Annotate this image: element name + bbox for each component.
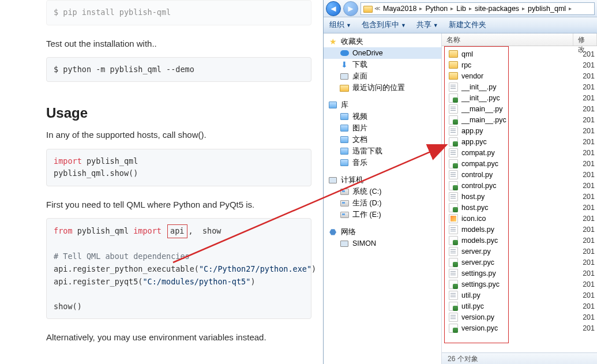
file-name: vendor	[461, 72, 483, 80]
file-row[interactable]: host.py201	[449, 191, 595, 202]
text-test: Test out the installation with..	[46, 37, 311, 50]
drive-icon	[340, 200, 349, 207]
toolbar-include[interactable]: 包含到库中▼	[362, 20, 406, 30]
file-date: 201	[583, 215, 595, 223]
folder-icon	[363, 6, 373, 13]
col-modified[interactable]: 修改	[573, 33, 597, 46]
breadcrumb[interactable]: ≪ Maya2018▸ Python▸ Lib▸ site-packages▸ …	[361, 2, 595, 15]
file-date: 201	[583, 171, 595, 179]
crumb[interactable]: Maya2018	[382, 5, 418, 13]
file-row[interactable]: control.pyc201	[449, 180, 595, 191]
icoimg-icon	[449, 214, 458, 223]
txtfile-icon	[449, 247, 458, 256]
file-date: 201	[583, 280, 595, 288]
file-row[interactable]: qml201	[449, 48, 595, 59]
file-name: models.pyc	[461, 237, 498, 245]
file-row[interactable]: settings.py201	[449, 268, 595, 279]
tree-drive-c[interactable]: 系统 (C:)	[324, 186, 441, 197]
file-row[interactable]: util.py201	[449, 290, 595, 301]
txtfile-icon	[449, 291, 458, 300]
tree-libraries[interactable]: 库	[324, 99, 441, 111]
crumb[interactable]: pyblish_qml	[527, 5, 567, 13]
file-row[interactable]: control.py201	[449, 169, 595, 180]
tree-desktop[interactable]: 桌面	[324, 70, 441, 82]
file-row[interactable]: rpc201	[449, 59, 595, 70]
tree-videos[interactable]: 视频	[324, 111, 441, 122]
tree-music[interactable]: 音乐	[324, 157, 441, 168]
file-row[interactable]: version.pyc201	[449, 322, 595, 333]
file-date: 201	[583, 324, 595, 332]
file-row[interactable]: util.pyc201	[449, 301, 595, 312]
file-name: __init__.py	[461, 83, 496, 91]
tree-drive-d[interactable]: 生活 (D:)	[324, 197, 441, 209]
nav-tree[interactable]: ★ 收藏夹 OneDrive ⬇ 下载 桌面 最近访问的位置	[324, 33, 442, 364]
drive-icon	[340, 189, 349, 195]
file-list-pane[interactable]: 名称 修改 qml201rpc201vendor201__init__.py20…	[442, 33, 597, 364]
file-date: 201	[583, 226, 595, 234]
tree-onedrive[interactable]: OneDrive	[324, 47, 441, 59]
crumb[interactable]: site-packages	[474, 5, 520, 13]
file-date: 201	[583, 61, 595, 69]
file-row[interactable]: app.py201	[449, 125, 595, 136]
file-row[interactable]: models.py201	[449, 224, 595, 235]
nav-back-button[interactable]: ◄	[326, 1, 341, 16]
toolbar-organize[interactable]: 组织▼	[329, 20, 351, 30]
tree-computer[interactable]: 计算机	[324, 174, 441, 186]
txtfile-icon	[449, 82, 458, 92]
code-pip: $ pip install pyblish-qml	[46, 0, 311, 25]
crumb[interactable]: Lib	[455, 5, 467, 13]
file-date: 201	[583, 247, 595, 256]
file-row[interactable]: __init__.py201	[449, 81, 595, 92]
file-row[interactable]: app.pyc201	[449, 136, 595, 147]
file-date: 201	[583, 105, 595, 113]
tree-network[interactable]: ⬣ 网络	[324, 226, 441, 238]
file-row[interactable]: compat.pyc201	[449, 158, 595, 169]
computer-icon	[329, 177, 337, 183]
file-date: 201	[583, 313, 595, 321]
txtfile-icon	[449, 192, 458, 201]
pyfile-icon	[449, 159, 458, 168]
file-row[interactable]: host.pyc201	[449, 202, 595, 213]
file-name: host.pyc	[461, 204, 489, 212]
pyfile-icon	[449, 181, 458, 190]
tree-downloads[interactable]: ⬇ 下载	[324, 59, 441, 70]
text-alt: Alternatively, you may use environment v…	[46, 331, 311, 344]
file-row[interactable]: __init__.pyc201	[449, 92, 595, 103]
crumb[interactable]: Python	[424, 5, 449, 13]
file-row[interactable]: __main__.pyc201	[449, 114, 595, 125]
txtfile-icon	[449, 126, 458, 136]
toolbar-newfolder[interactable]: 新建文件夹	[449, 20, 486, 30]
tree-documents[interactable]: 文档	[324, 134, 441, 145]
file-date: 201	[583, 291, 595, 299]
tree-simon[interactable]: SIMON	[324, 238, 441, 249]
documentation-pane: $ pip install pyblish-qml Test out the i…	[0, 0, 323, 364]
pyfile-icon	[449, 115, 458, 125]
tree-drive-e[interactable]: 工作 (E:)	[324, 209, 441, 220]
file-row[interactable]: compat.py201	[449, 147, 595, 158]
picture-icon	[340, 125, 348, 132]
column-header[interactable]: 名称 修改	[442, 33, 597, 46]
tree-pictures[interactable]: 图片	[324, 122, 441, 134]
tree-favorites[interactable]: ★ 收藏夹	[324, 36, 441, 47]
desktop-icon	[340, 73, 348, 80]
file-row[interactable]: server.py201	[449, 246, 595, 257]
file-row[interactable]: __main__.py201	[449, 103, 595, 114]
col-name[interactable]: 名称	[442, 33, 573, 46]
file-row[interactable]: models.pyc201	[449, 235, 595, 246]
file-row[interactable]: vendor201	[449, 70, 595, 81]
nav-forward-button[interactable]: ►	[343, 1, 358, 16]
file-name: app.pyc	[461, 138, 487, 146]
file-date: 201	[583, 302, 595, 310]
file-row[interactable]: version.py201	[449, 312, 595, 322]
file-row[interactable]: settings.pyc201	[449, 279, 595, 290]
file-date: 201	[583, 204, 595, 212]
toolbar-share[interactable]: 共享▼	[416, 20, 438, 30]
tree-xunlei[interactable]: 迅雷下载	[324, 145, 441, 157]
file-row[interactable]: icon.ico201	[449, 213, 595, 224]
file-row[interactable]: server.pyc201	[449, 257, 595, 268]
pyfile-icon	[449, 203, 458, 212]
file-date: 201	[583, 116, 595, 124]
network-icon: ⬣	[328, 227, 337, 237]
file-name: version.py	[461, 313, 494, 321]
tree-recent[interactable]: 最近访问的位置	[324, 82, 441, 93]
